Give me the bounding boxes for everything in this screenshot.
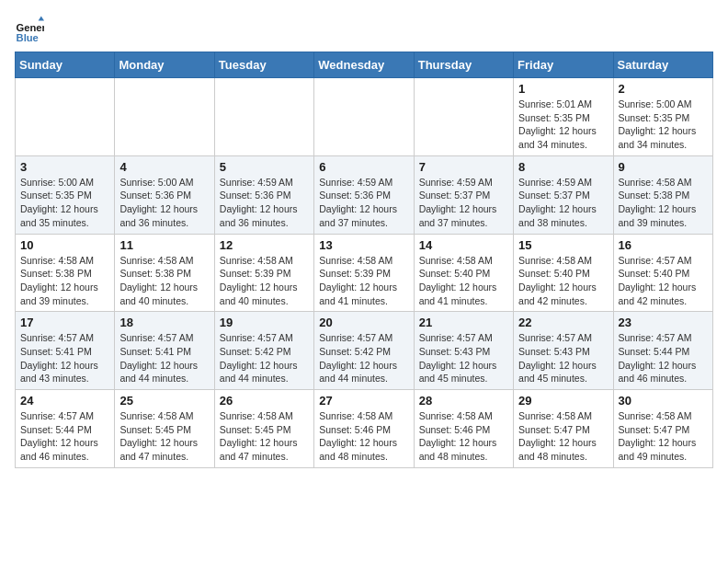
calendar-day-cell: 2Sunrise: 5:00 AMSunset: 5:35 PMDaylight… — [613, 78, 712, 156]
weekday-header-friday: Friday — [514, 52, 613, 78]
calendar-day-cell: 15Sunrise: 4:58 AMSunset: 5:40 PMDayligh… — [514, 234, 613, 312]
day-info: Sunrise: 4:58 AMSunset: 5:47 PMDaylight:… — [518, 409, 608, 464]
calendar-day-cell: 13Sunrise: 4:58 AMSunset: 5:39 PMDayligh… — [314, 234, 414, 312]
day-info: Sunrise: 4:58 AMSunset: 5:40 PMDaylight:… — [518, 254, 608, 308]
logo-icon: General Blue — [15, 15, 44, 44]
day-number: 3 — [20, 160, 109, 174]
calendar-day-cell: 7Sunrise: 4:59 AMSunset: 5:37 PMDaylight… — [414, 155, 513, 234]
weekday-header-row: SundayMondayTuesdayWednesdayThursdayFrid… — [16, 52, 713, 78]
day-number: 6 — [319, 160, 408, 174]
calendar-day-cell: 12Sunrise: 4:58 AMSunset: 5:39 PMDayligh… — [214, 234, 313, 312]
calendar-day-cell: 26Sunrise: 4:58 AMSunset: 5:45 PMDayligh… — [214, 390, 313, 468]
day-info: Sunrise: 4:58 AMSunset: 5:45 PMDaylight:… — [119, 409, 209, 464]
day-number: 11 — [119, 238, 209, 252]
calendar-week-row: 10Sunrise: 4:58 AMSunset: 5:38 PMDayligh… — [16, 234, 713, 312]
calendar-day-cell: 17Sunrise: 4:57 AMSunset: 5:41 PMDayligh… — [16, 312, 115, 390]
day-number: 30 — [619, 394, 708, 408]
day-info: Sunrise: 4:59 AMSunset: 5:36 PMDaylight:… — [220, 176, 309, 230]
empty-cell — [115, 78, 214, 156]
day-number: 16 — [619, 238, 708, 252]
day-info: Sunrise: 4:59 AMSunset: 5:37 PMDaylight:… — [419, 176, 508, 230]
day-info: Sunrise: 4:58 AMSunset: 5:45 PMDaylight:… — [220, 409, 309, 464]
weekday-header-sunday: Sunday — [16, 52, 115, 78]
svg-marker-2 — [39, 17, 44, 21]
svg-text:Blue: Blue — [17, 32, 39, 43]
day-number: 19 — [220, 316, 309, 329]
weekday-header-wednesday: Wednesday — [314, 52, 414, 78]
day-number: 25 — [119, 394, 209, 408]
day-number: 13 — [319, 238, 408, 252]
calendar-day-cell: 20Sunrise: 4:57 AMSunset: 5:42 PMDayligh… — [314, 312, 414, 390]
calendar-week-row: 17Sunrise: 4:57 AMSunset: 5:41 PMDayligh… — [16, 312, 713, 390]
calendar-day-cell: 18Sunrise: 4:57 AMSunset: 5:41 PMDayligh… — [115, 312, 214, 390]
day-info: Sunrise: 4:57 AMSunset: 5:43 PMDaylight:… — [419, 331, 508, 385]
calendar-day-cell: 24Sunrise: 4:57 AMSunset: 5:44 PMDayligh… — [16, 390, 115, 468]
day-info: Sunrise: 4:59 AMSunset: 5:37 PMDaylight:… — [518, 176, 608, 230]
day-info: Sunrise: 5:00 AMSunset: 5:35 PMDaylight:… — [619, 98, 708, 152]
weekday-header-monday: Monday — [115, 52, 214, 78]
day-info: Sunrise: 4:58 AMSunset: 5:46 PMDaylight:… — [319, 409, 408, 464]
day-number: 4 — [119, 160, 209, 174]
calendar-day-cell: 29Sunrise: 4:58 AMSunset: 5:47 PMDayligh… — [514, 390, 613, 468]
calendar-day-cell: 28Sunrise: 4:58 AMSunset: 5:46 PMDayligh… — [414, 390, 513, 468]
calendar-day-cell: 11Sunrise: 4:58 AMSunset: 5:38 PMDayligh… — [115, 234, 214, 312]
day-info: Sunrise: 5:00 AMSunset: 5:35 PMDaylight:… — [20, 176, 109, 230]
calendar-day-cell: 9Sunrise: 4:58 AMSunset: 5:38 PMDaylight… — [613, 155, 712, 234]
calendar-day-cell: 19Sunrise: 4:57 AMSunset: 5:42 PMDayligh… — [214, 312, 313, 390]
day-number: 23 — [619, 316, 708, 329]
day-info: Sunrise: 4:58 AMSunset: 5:47 PMDaylight:… — [619, 409, 708, 464]
day-info: Sunrise: 4:57 AMSunset: 5:44 PMDaylight:… — [20, 409, 109, 464]
day-info: Sunrise: 4:58 AMSunset: 5:46 PMDaylight:… — [419, 409, 508, 464]
calendar-day-cell: 21Sunrise: 4:57 AMSunset: 5:43 PMDayligh… — [414, 312, 513, 390]
day-number: 1 — [518, 82, 608, 96]
day-info: Sunrise: 4:57 AMSunset: 5:44 PMDaylight:… — [619, 331, 708, 385]
calendar-day-cell: 5Sunrise: 4:59 AMSunset: 5:36 PMDaylight… — [214, 155, 313, 234]
day-info: Sunrise: 4:57 AMSunset: 5:42 PMDaylight:… — [220, 331, 309, 385]
day-number: 17 — [20, 316, 109, 329]
day-info: Sunrise: 4:57 AMSunset: 5:41 PMDaylight:… — [119, 331, 209, 385]
day-number: 2 — [619, 82, 708, 96]
svg-text:General: General — [17, 22, 44, 33]
day-number: 29 — [518, 394, 608, 408]
day-number: 10 — [20, 238, 109, 252]
day-number: 5 — [220, 160, 309, 174]
day-info: Sunrise: 4:57 AMSunset: 5:41 PMDaylight:… — [20, 331, 109, 385]
day-info: Sunrise: 4:58 AMSunset: 5:38 PMDaylight:… — [119, 254, 209, 308]
calendar-day-cell: 10Sunrise: 4:58 AMSunset: 5:38 PMDayligh… — [16, 234, 115, 312]
calendar-week-row: 3Sunrise: 5:00 AMSunset: 5:35 PMDaylight… — [16, 155, 713, 234]
calendar-week-row: 1Sunrise: 5:01 AMSunset: 5:35 PMDaylight… — [16, 78, 713, 156]
empty-cell — [414, 78, 513, 156]
day-number: 21 — [419, 316, 508, 329]
logo: General Blue — [15, 15, 44, 44]
calendar-day-cell: 22Sunrise: 4:57 AMSunset: 5:43 PMDayligh… — [514, 312, 613, 390]
calendar-day-cell: 3Sunrise: 5:00 AMSunset: 5:35 PMDaylight… — [16, 155, 115, 234]
day-number: 12 — [220, 238, 309, 252]
day-info: Sunrise: 4:58 AMSunset: 5:38 PMDaylight:… — [619, 176, 708, 230]
day-info: Sunrise: 5:01 AMSunset: 5:35 PMDaylight:… — [518, 98, 608, 152]
calendar-day-cell: 4Sunrise: 5:00 AMSunset: 5:36 PMDaylight… — [115, 155, 214, 234]
weekday-header-thursday: Thursday — [414, 52, 513, 78]
calendar-day-cell: 1Sunrise: 5:01 AMSunset: 5:35 PMDaylight… — [514, 78, 613, 156]
day-number: 7 — [419, 160, 508, 174]
calendar-week-row: 24Sunrise: 4:57 AMSunset: 5:44 PMDayligh… — [16, 390, 713, 468]
day-number: 9 — [619, 160, 708, 174]
day-info: Sunrise: 4:58 AMSunset: 5:40 PMDaylight:… — [419, 254, 508, 308]
day-number: 28 — [419, 394, 508, 408]
day-info: Sunrise: 4:59 AMSunset: 5:36 PMDaylight:… — [319, 176, 408, 230]
empty-cell — [16, 78, 115, 156]
day-info: Sunrise: 4:57 AMSunset: 5:43 PMDaylight:… — [518, 331, 608, 385]
day-info: Sunrise: 4:58 AMSunset: 5:39 PMDaylight:… — [220, 254, 309, 308]
day-info: Sunrise: 5:00 AMSunset: 5:36 PMDaylight:… — [119, 176, 209, 230]
day-number: 18 — [119, 316, 209, 329]
calendar-day-cell: 25Sunrise: 4:58 AMSunset: 5:45 PMDayligh… — [115, 390, 214, 468]
day-number: 15 — [518, 238, 608, 252]
weekday-header-tuesday: Tuesday — [214, 52, 313, 78]
calendar-day-cell: 14Sunrise: 4:58 AMSunset: 5:40 PMDayligh… — [414, 234, 513, 312]
empty-cell — [314, 78, 414, 156]
day-number: 26 — [220, 394, 309, 408]
calendar-day-cell: 8Sunrise: 4:59 AMSunset: 5:37 PMDaylight… — [514, 155, 613, 234]
day-info: Sunrise: 4:57 AMSunset: 5:42 PMDaylight:… — [319, 331, 408, 385]
calendar-day-cell: 23Sunrise: 4:57 AMSunset: 5:44 PMDayligh… — [613, 312, 712, 390]
weekday-header-saturday: Saturday — [613, 52, 712, 78]
day-number: 14 — [419, 238, 508, 252]
